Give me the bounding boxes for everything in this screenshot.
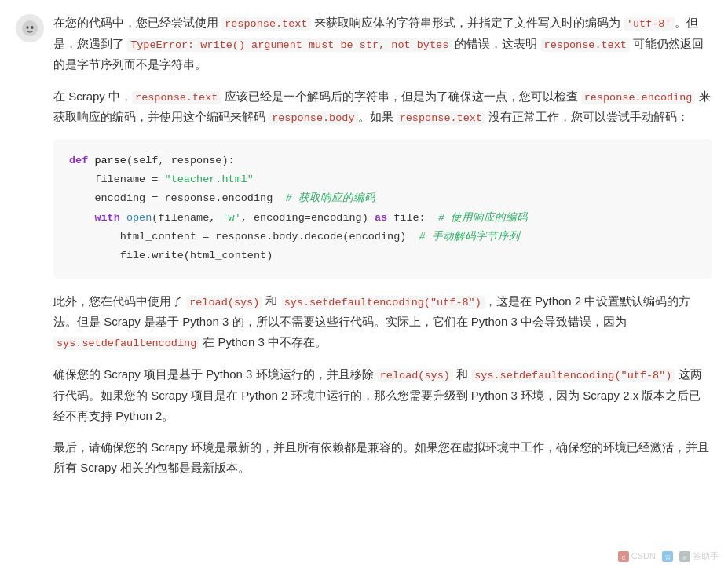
code-line-1: def parse(self, response): xyxy=(69,151,697,170)
code-line-2: filename = "teacher.html" xyxy=(69,170,697,189)
svg-point-1 xyxy=(27,26,29,29)
code-response-body: response.body xyxy=(269,111,357,125)
code-response-text-3: response.text xyxy=(132,91,221,104)
svg-point-2 xyxy=(31,26,34,29)
code-reload-sys-2: reload(sys) xyxy=(377,369,453,382)
paragraph-1: 在您的代码中，您已经尝试使用 response.text 来获取响应体的字符串形… xyxy=(53,13,712,75)
code-response-text-4: response.text xyxy=(397,111,485,125)
code-line-3: encoding = response.encoding # 获取响应的编码 xyxy=(69,189,697,208)
code-line-5: html_content = response.body.decode(enco… xyxy=(69,228,697,246)
code-setdefaultencoding: sys.setdefaultencoding("utf-8") xyxy=(281,296,485,309)
code-setdefaultencoding-3: sys.setdefaultencoding("utf-8") xyxy=(471,369,675,382)
message-content: 在您的代码中，您已经尝试使用 response.text 来获取响应体的字符串形… xyxy=(53,13,712,479)
paragraph-5: 最后，请确保您的 Scrapy 环境是最新的，并且所有依赖都是兼容的。如果您在虚… xyxy=(53,437,712,479)
code-block: def parse(self, response): filename = "t… xyxy=(53,139,712,279)
code-reload-sys: reload(sys) xyxy=(186,296,262,309)
avatar xyxy=(16,14,44,42)
message-row: 在您的代码中，您已经尝试使用 response.text 来获取响应体的字符串形… xyxy=(16,13,712,479)
code-setdefaultencoding-2: sys.setdefaultencoding xyxy=(53,337,199,350)
chat-container: 在您的代码中，您已经尝试使用 response.text 来获取响应体的字符串形… xyxy=(0,0,728,510)
svg-point-0 xyxy=(22,20,38,36)
code-response-encoding: response.encoding xyxy=(581,91,696,104)
code-utf8: 'utf-8' xyxy=(624,17,675,31)
paragraph-4: 确保您的 Scrapy 项目是基于 Python 3 环境运行的，并且移除 re… xyxy=(53,364,712,426)
paragraph-3: 此外，您在代码中使用了 reload(sys) 和 sys.setdefault… xyxy=(53,291,712,354)
code-line-4: with open(filename, 'w', encoding=encodi… xyxy=(69,209,697,228)
code-line-6: file.write(html_content) xyxy=(69,246,697,265)
code-response-text-2: response.text xyxy=(541,38,630,52)
code-typeerror: TypeError: write() argument must be str,… xyxy=(127,38,452,52)
paragraph-2: 在 Scrapy 中，response.text 应该已经是一个解码后的字符串，… xyxy=(53,86,712,128)
code-response-text-1: response.text xyxy=(221,17,310,31)
